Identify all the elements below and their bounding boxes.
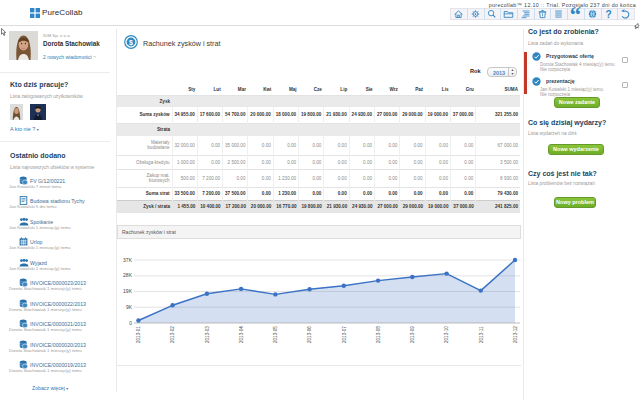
- svg-text:19K: 19K: [123, 288, 133, 294]
- svg-text:0: 0: [129, 320, 132, 326]
- svg-text:$: $: [129, 39, 133, 47]
- svg-text:2013-06: 2013-06: [307, 326, 312, 343]
- svg-text:2013-08: 2013-08: [376, 326, 381, 343]
- svg-text:2013-04: 2013-04: [239, 326, 244, 343]
- svg-text:37K: 37K: [123, 257, 133, 263]
- svg-text:2013-07: 2013-07: [342, 326, 347, 343]
- svg-text:?: ?: [606, 9, 612, 20]
- svg-text:2013-12: 2013-12: [513, 326, 518, 343]
- svg-text:2013-05: 2013-05: [273, 326, 278, 343]
- svg-text:28K: 28K: [123, 272, 133, 278]
- svg-text:2013-11: 2013-11: [479, 326, 484, 343]
- svg-text:“: “: [570, 7, 581, 21]
- svg-text:2013-01: 2013-01: [136, 326, 141, 343]
- svg-text:2013-03: 2013-03: [205, 326, 210, 343]
- svg-text:2013-09: 2013-09: [410, 326, 415, 343]
- svg-text:2013-10: 2013-10: [444, 326, 449, 343]
- svg-text:Rachunek zysków i strat: Rachunek zysków i strat: [122, 229, 177, 235]
- svg-text:2013-02: 2013-02: [170, 326, 175, 343]
- svg-text:9K: 9K: [126, 304, 133, 310]
